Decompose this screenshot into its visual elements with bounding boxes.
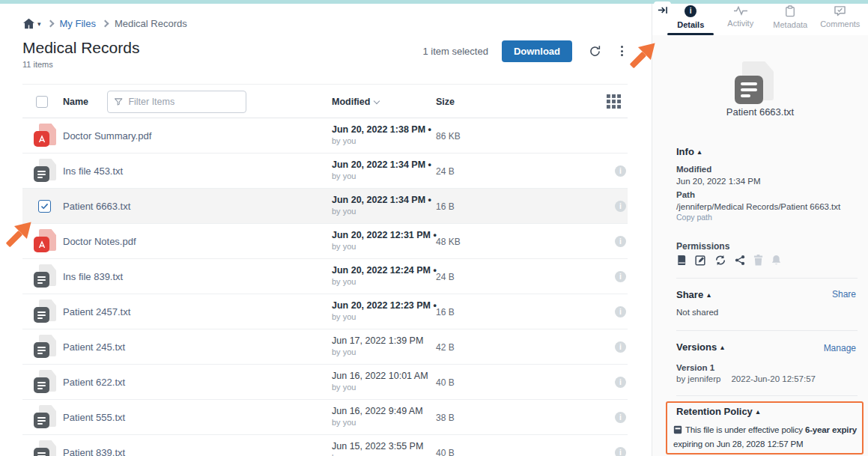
table-row[interactable]: Doctor Notes.pdf Jun 20, 2022 12:31 PM •… bbox=[22, 224, 628, 259]
version-date: 2022-Jun-20 12:57:57 bbox=[731, 374, 816, 383]
divider bbox=[676, 330, 858, 331]
info-icon[interactable]: i bbox=[615, 271, 626, 282]
tab-metadata[interactable]: Metadata bbox=[765, 5, 816, 34]
check-icon bbox=[40, 203, 49, 210]
file-name-link[interactable]: Ins file 453.txt bbox=[63, 165, 123, 177]
table-row-selected[interactable]: Patient 6663.txt Jun 20, 2022 1:34 PM •b… bbox=[22, 189, 628, 224]
file-size: 38 B bbox=[436, 413, 455, 423]
modified-date: Jun 20, 2022 12:31 PM • bbox=[332, 230, 437, 240]
breadcrumb-my-files[interactable]: My Files bbox=[60, 18, 96, 29]
file-name-link[interactable]: Doctor Notes.pdf bbox=[63, 236, 136, 247]
path-value: /jenniferp/Medical Records/Patient 6663.… bbox=[676, 202, 840, 211]
file-name-link[interactable]: Patient 245.txt bbox=[63, 341, 125, 353]
row-checkbox-checked[interactable] bbox=[38, 200, 51, 213]
divider bbox=[676, 278, 858, 279]
column-header-name[interactable]: Name bbox=[63, 97, 88, 107]
table-row[interactable]: Patient 245.txt Jun 17, 2022 1:39 PMby y… bbox=[22, 329, 628, 365]
filter-items-input[interactable] bbox=[128, 97, 240, 107]
modified-by: by you bbox=[332, 453, 423, 456]
sort-chevron-icon bbox=[374, 97, 380, 103]
notification-permission-icon bbox=[771, 255, 781, 269]
home-icon bbox=[22, 18, 35, 29]
file-name-link[interactable]: Patient 2457.txt bbox=[63, 306, 130, 317]
table-row[interactable]: Ins file 453.txt Jun 20, 2022 1:34 PM •b… bbox=[22, 153, 628, 189]
refresh-button[interactable] bbox=[589, 45, 601, 58]
share-permission-icon[interactable] bbox=[735, 255, 745, 269]
retention-policy-text: This file is under effective policy 6-ye… bbox=[673, 424, 865, 451]
file-name-link[interactable]: Patient 839.txt bbox=[63, 447, 125, 456]
breadcrumb-separator-icon bbox=[46, 20, 54, 28]
collapse-sidebar-button[interactable] bbox=[654, 1, 671, 19]
preview-permission-icon[interactable] bbox=[676, 255, 687, 269]
modified-by: by you bbox=[332, 383, 428, 392]
section-versions-heading[interactable]: Versions▴ bbox=[676, 341, 724, 353]
home-breadcrumb-button[interactable]: ▾ bbox=[22, 18, 41, 29]
modified-by: by you bbox=[332, 277, 437, 286]
file-preview-icon bbox=[735, 61, 774, 104]
sidebar-file-name: Patient 6663.txt bbox=[652, 106, 868, 118]
column-header-size[interactable]: Size bbox=[436, 97, 455, 107]
edit-permission-icon[interactable] bbox=[695, 255, 706, 269]
table-row[interactable]: Doctor Summary.pdf Jun 20, 2022 1:38 PM … bbox=[22, 118, 628, 153]
app-window: ▾ My Files Medical Records Medical Recor… bbox=[0, 0, 868, 456]
column-header-modified[interactable]: Modified bbox=[332, 97, 379, 107]
sync-permission-icon[interactable] bbox=[714, 255, 726, 269]
tab-comments[interactable]: Comments bbox=[816, 5, 866, 34]
version-label: Version 1 bbox=[676, 363, 714, 372]
more-options-button[interactable] bbox=[616, 44, 628, 58]
file-name-link[interactable]: Ins file 839.txt bbox=[63, 271, 123, 282]
file-size: 24 B bbox=[436, 272, 455, 282]
table-row[interactable]: Patient 555.txt Jun 16, 2022 9:49 AMby y… bbox=[22, 400, 628, 435]
copy-path-link[interactable]: Copy path bbox=[676, 213, 712, 222]
info-icon[interactable]: i bbox=[615, 306, 626, 317]
text-file-icon bbox=[34, 370, 56, 394]
modified-by: by you bbox=[332, 171, 431, 180]
share-action-link[interactable]: Share bbox=[832, 289, 856, 300]
file-name-link[interactable]: Doctor Summary.pdf bbox=[63, 130, 151, 142]
top-accent-bar bbox=[0, 0, 868, 4]
text-file-icon bbox=[34, 440, 56, 456]
select-all-checkbox[interactable] bbox=[36, 96, 48, 108]
file-browser-main: ▾ My Files Medical Records Medical Recor… bbox=[0, 0, 652, 456]
info-icon[interactable]: i bbox=[615, 412, 626, 423]
tab-details[interactable]: i Details bbox=[666, 5, 716, 34]
section-retention-heading[interactable]: Retention Policy▴ bbox=[676, 406, 759, 417]
file-name-link[interactable]: Patient 555.txt bbox=[63, 412, 125, 423]
item-count: 11 items bbox=[22, 60, 53, 69]
manage-versions-link[interactable]: Manage bbox=[824, 343, 856, 353]
file-table: Name Modified Size Doctor Summary.pdf Ju… bbox=[22, 84, 628, 456]
tab-activity[interactable]: Activity bbox=[716, 5, 766, 34]
file-size: 86 KB bbox=[436, 131, 461, 142]
file-name-link[interactable]: Patient 6663.txt bbox=[63, 201, 130, 212]
table-row[interactable]: Patient 2457.txt Jun 20, 2022 12:23 PM •… bbox=[22, 294, 628, 329]
collapse-sidebar-icon bbox=[658, 5, 668, 15]
permissions-heading: Permissions bbox=[676, 241, 729, 252]
info-icon[interactable]: i bbox=[615, 377, 626, 388]
info-icon[interactable]: i bbox=[615, 341, 626, 353]
table-row[interactable]: Patient 839.txt Jun 15, 2022 3:55 PMby y… bbox=[22, 435, 628, 456]
section-share-heading[interactable]: Share▴ bbox=[676, 289, 711, 300]
section-info-heading[interactable]: Info▴ bbox=[676, 146, 701, 157]
download-button[interactable]: Download bbox=[502, 40, 572, 62]
info-icon[interactable]: i bbox=[615, 165, 626, 177]
file-name-link[interactable]: Patient 622.txt bbox=[63, 377, 125, 388]
modified-date: Jun 20, 2022 1:34 PM • bbox=[332, 159, 431, 170]
info-icon: i bbox=[685, 5, 696, 17]
details-sidebar: i Details Activity Metadata Comments Pat… bbox=[652, 0, 868, 456]
grid-view-button[interactable] bbox=[607, 94, 621, 109]
activity-icon bbox=[734, 5, 747, 16]
table-row[interactable]: Patient 622.txt Jun 16, 2022 10:01 AMby … bbox=[22, 365, 628, 400]
info-icon[interactable]: i bbox=[615, 236, 626, 247]
modified-by: by you bbox=[332, 207, 431, 216]
info-icon[interactable]: i bbox=[615, 201, 626, 212]
collapse-triangle-icon: ▴ bbox=[756, 408, 760, 416]
pdf-file-icon bbox=[34, 229, 56, 253]
modified-value: Jun 20, 2022 1:34 PM bbox=[676, 177, 761, 186]
file-size: 24 B bbox=[436, 166, 455, 177]
table-row[interactable]: Ins file 839.txt Jun 20, 2022 12:24 PM •… bbox=[22, 259, 628, 294]
retention-expiry: expiring on Jun 28, 2028 12:57 PM bbox=[673, 440, 803, 449]
text-file-icon bbox=[34, 300, 56, 323]
text-file-icon bbox=[34, 335, 56, 359]
info-icon[interactable]: i bbox=[615, 447, 626, 456]
modified-by: by you bbox=[332, 242, 437, 251]
